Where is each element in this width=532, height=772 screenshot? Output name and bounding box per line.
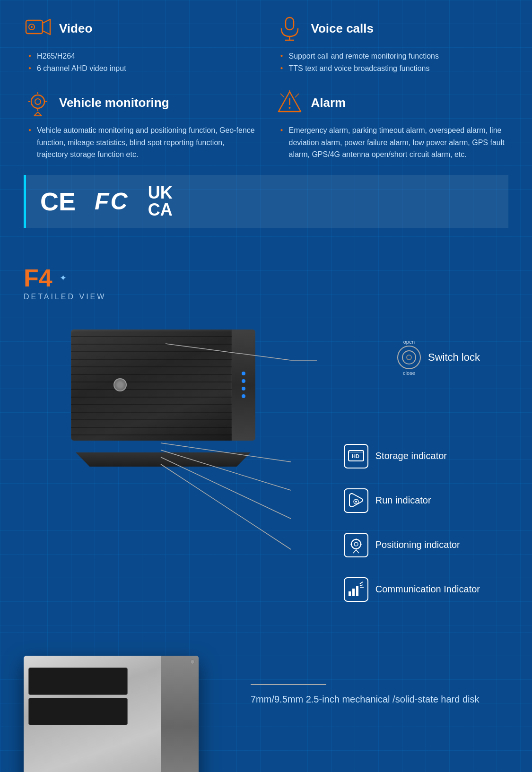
positioning-label: Positioning indicator — [375, 539, 460, 550]
svg-rect-43 — [352, 589, 355, 596]
bottom-section: 7mm/9.5mm 2.5-inch mechanical /solid-sta… — [0, 632, 532, 772]
svg-marker-1 — [43, 19, 50, 35]
detailed-subtitle: DETAILED VIEW — [24, 293, 508, 301]
video-bullet-0: H265/H264 — [28, 50, 257, 62]
svg-line-45 — [360, 582, 363, 584]
switch-core — [406, 355, 412, 360]
feature-video-header: Video — [24, 14, 257, 43]
microphone-icon — [276, 14, 304, 43]
ce-logo: CE — [40, 187, 76, 216]
feature-alarm-header: Alarm — [276, 88, 509, 117]
signal-icon-box — [344, 577, 368, 602]
voice-title: Voice calls — [311, 21, 374, 36]
device-image — [71, 330, 255, 452]
fcc-logo: FC — [95, 188, 129, 215]
svg-text:HD: HD — [352, 453, 359, 459]
svg-point-35 — [354, 542, 358, 546]
alarm-title: Alarm — [311, 95, 346, 110]
switch-lock-circle — [397, 346, 421, 369]
feature-alarm: Alarm Emergency alarm, parking timeout a… — [276, 88, 509, 161]
sparkle-decoration: ✦ — [60, 273, 67, 283]
ukca-logo: UKCA — [148, 184, 173, 218]
video-bullets: H265/H264 6 channel AHD video input — [24, 50, 257, 74]
svg-rect-42 — [349, 591, 351, 596]
svg-line-41 — [356, 550, 359, 553]
video-icon — [24, 14, 52, 43]
detailed-section: F4 ✦ DETAILED VIEW — [0, 247, 532, 632]
gps-icon-box — [344, 533, 368, 557]
svg-rect-4 — [286, 17, 294, 30]
switch-lock-callout: open close Switch lock — [397, 339, 480, 376]
svg-point-18 — [289, 107, 291, 109]
storage-indicator: HD Storage indicator — [344, 438, 480, 474]
switch-lock-icon-group: open close — [397, 339, 421, 376]
svg-line-40 — [353, 550, 356, 553]
feature-vehicle-header: Vehicle monitoring — [24, 88, 257, 117]
signal-icon — [348, 581, 365, 598]
svg-rect-44 — [356, 586, 358, 596]
hdd-device-container — [24, 656, 222, 772]
hd-icon-box: HD — [344, 444, 368, 468]
voice-bullet-1: TTS text and voice broadcasting function… — [280, 62, 509, 75]
svg-rect-31 — [349, 451, 363, 452]
run-indicator: Run indicator — [344, 483, 480, 519]
video-bullet-1: 6 channel AHD video input — [28, 62, 257, 75]
feature-voice: Voice calls Support call and remote moni… — [276, 14, 509, 74]
vehicle-title: Vehicle monitoring — [59, 95, 169, 110]
storage-label: Storage indicator — [375, 451, 447, 461]
camera-icon — [24, 88, 52, 117]
indicators-list: HD Storage indicator Run indicator — [344, 438, 480, 607]
hdd-callout-line — [251, 684, 326, 685]
gps-icon — [348, 537, 365, 554]
alarm-icon — [276, 88, 304, 117]
switch-lock-label: Switch lock — [428, 351, 480, 364]
switch-open-text: open — [403, 339, 415, 345]
communication-label: Communication Indicator — [375, 584, 480, 595]
run-icon — [348, 492, 365, 509]
switch-close-text: close — [403, 370, 415, 376]
f4-label: F4 — [24, 266, 52, 290]
run-label: Run indicator — [375, 495, 431, 506]
alarm-bullets: Emergency alarm, parking timeout alarm, … — [276, 124, 509, 161]
voice-bullets: Support call and remote monitoring funct… — [276, 50, 509, 74]
svg-line-46 — [360, 585, 363, 586]
vehicle-bullets: Vehicle automatic monitoring and positio… — [24, 124, 257, 161]
hdd-label-text: 7mm/9.5mm 2.5-inch mechanical /solid-sta… — [251, 694, 480, 704]
svg-line-20 — [295, 94, 299, 97]
switch-inner-circle — [402, 350, 416, 364]
communication-indicator: Communication Indicator — [344, 572, 480, 607]
video-title: Video — [59, 21, 92, 36]
hdd-callout: 7mm/9.5mm 2.5-inch mechanical /solid-sta… — [251, 656, 480, 706]
svg-line-28 — [161, 464, 291, 549]
alarm-bullet-0: Emergency alarm, parking timeout alarm, … — [280, 124, 509, 161]
detailed-content: open close Switch lock HD — [24, 315, 508, 608]
positioning-indicator: Positioning indicator — [344, 527, 480, 563]
svg-line-13 — [34, 112, 38, 116]
svg-point-33 — [355, 501, 357, 503]
svg-point-34 — [351, 539, 361, 549]
svg-point-3 — [31, 26, 33, 28]
feature-vehicle: Vehicle monitoring Vehicle automatic mon… — [24, 88, 257, 161]
feature-video: Video H265/H264 6 channel AHD video inpu… — [24, 14, 257, 74]
svg-point-7 — [31, 95, 44, 108]
run-icon-box — [344, 488, 368, 513]
top-section: Video H265/H264 6 channel AHD video inpu… — [0, 0, 532, 247]
certifications-section: CE FC UKCA — [24, 175, 508, 228]
svg-line-14 — [38, 112, 42, 116]
voice-bullet-0: Support call and remote monitoring funct… — [280, 50, 509, 62]
features-grid: Video H265/H264 6 channel AHD video inpu… — [24, 14, 508, 161]
vehicle-bullet-0: Vehicle automatic monitoring and positio… — [28, 124, 257, 161]
feature-voice-header: Voice calls — [276, 14, 509, 43]
hdd-device — [24, 656, 208, 772]
svg-line-19 — [280, 94, 284, 97]
svg-point-8 — [35, 99, 41, 104]
hd-icon: HD — [348, 448, 365, 465]
